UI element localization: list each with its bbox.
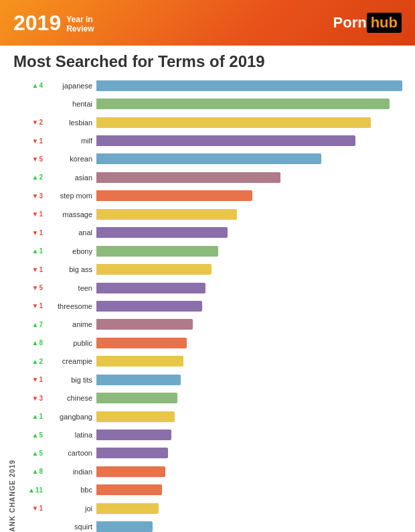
bar bbox=[96, 227, 228, 238]
up-arrow-icon: ▲ bbox=[32, 413, 39, 420]
down-arrow-icon: ▼ bbox=[32, 210, 39, 218]
bar bbox=[96, 503, 159, 514]
bar-row bbox=[96, 409, 408, 424]
bar-row bbox=[96, 482, 408, 497]
bar-row bbox=[96, 151, 408, 166]
label-item: squirt bbox=[43, 519, 96, 532]
up-arrow-icon: ▲ bbox=[32, 174, 39, 181]
chart-area: RANK CHANGE 2019 ▲4▼2▼1▼5▲2▼3▼1▼1▲1▼1▼5▼… bbox=[0, 75, 415, 532]
y-axis-label: RANK CHANGE 2019 bbox=[7, 75, 17, 532]
up-arrow-icon: ▲ bbox=[32, 321, 39, 328]
header: 2019 Year inReview Porn hub bbox=[0, 0, 415, 46]
bar bbox=[96, 135, 355, 146]
bar-row bbox=[96, 244, 408, 259]
rank-item: ▼1 bbox=[17, 207, 43, 222]
rank-item: ▲1 bbox=[17, 244, 43, 259]
label-item: asian bbox=[43, 170, 96, 185]
bar-row bbox=[96, 336, 408, 350]
rank-item: ▼5 bbox=[17, 151, 43, 166]
bar-row bbox=[96, 115, 408, 130]
rank-item: ▲5 bbox=[17, 427, 43, 442]
bar-row bbox=[96, 427, 408, 442]
rank-column: ▲4▼2▼1▼5▲2▼3▼1▼1▲1▼1▼5▼1▲7▲8▲2▼1▼3▲1▲5▲5… bbox=[17, 75, 43, 532]
labels-column: japanesehentailesbianmilfkoreanasianstep… bbox=[43, 75, 96, 532]
up-arrow-icon: ▲ bbox=[32, 431, 39, 439]
label-item: korean bbox=[43, 151, 96, 166]
label-item: threesome bbox=[43, 299, 96, 314]
title-section: Most Searched for Terms of 2019 bbox=[0, 46, 415, 75]
rank-item: ▼1 bbox=[17, 225, 43, 240]
bar bbox=[96, 521, 153, 532]
label-item: public bbox=[43, 336, 96, 350]
down-arrow-icon: ▼ bbox=[32, 137, 39, 145]
rank-item: ▲5 bbox=[17, 446, 43, 460]
bar bbox=[96, 80, 402, 91]
label-item: hentai bbox=[43, 96, 96, 111]
label-item: ebony bbox=[43, 244, 96, 259]
rank-item bbox=[17, 519, 43, 532]
bar bbox=[96, 429, 171, 440]
label-item: japanese bbox=[43, 78, 96, 93]
main-title: Most Searched for Terms of 2019 bbox=[13, 52, 402, 71]
bar bbox=[96, 190, 252, 201]
down-arrow-icon: ▼ bbox=[32, 229, 39, 237]
bar-row bbox=[96, 78, 408, 93]
down-arrow-icon: ▼ bbox=[32, 119, 39, 126]
up-arrow-icon: ▲ bbox=[32, 339, 39, 346]
logo: Porn hub bbox=[333, 13, 402, 33]
bar bbox=[96, 448, 168, 458]
rank-item: ▲1 bbox=[17, 409, 43, 424]
bar-row bbox=[96, 354, 408, 369]
bar bbox=[96, 301, 202, 312]
label-item: anal bbox=[43, 225, 96, 240]
bar bbox=[96, 246, 218, 257]
logo-hub: hub bbox=[367, 13, 402, 33]
bar-row bbox=[96, 281, 408, 295]
rank-item: ▼1 bbox=[17, 133, 43, 148]
bar-row bbox=[96, 501, 408, 516]
rank-item: ▲4 bbox=[17, 78, 43, 93]
label-item: big tits bbox=[43, 373, 96, 387]
down-arrow-icon: ▼ bbox=[32, 192, 39, 200]
review-text: Year inReview bbox=[66, 12, 94, 34]
bar-row bbox=[96, 207, 408, 222]
bar bbox=[96, 264, 212, 275]
rank-item: ▲11 bbox=[17, 482, 43, 497]
bar bbox=[96, 319, 193, 330]
label-item: creampie bbox=[43, 354, 96, 369]
bar bbox=[96, 466, 165, 477]
bar-row bbox=[96, 373, 408, 387]
label-item: chinese bbox=[43, 391, 96, 405]
logo-porn: Porn bbox=[333, 14, 367, 31]
bar-row bbox=[96, 446, 408, 460]
down-arrow-icon: ▼ bbox=[32, 266, 39, 273]
rank-item: ▼5 bbox=[17, 281, 43, 295]
down-arrow-icon: ▼ bbox=[32, 376, 39, 383]
bar bbox=[96, 172, 280, 183]
label-item: indian bbox=[43, 464, 96, 479]
label-item: gangbang bbox=[43, 409, 96, 424]
rank-number: 11 bbox=[35, 486, 43, 494]
bars-column bbox=[96, 75, 408, 532]
up-arrow-icon: ▲ bbox=[32, 82, 39, 89]
bar bbox=[96, 338, 187, 348]
label-item: lesbian bbox=[43, 115, 96, 130]
bar bbox=[96, 375, 181, 385]
rank-item: ▲7 bbox=[17, 317, 43, 332]
bar bbox=[96, 393, 177, 403]
label-item: joi bbox=[43, 501, 96, 516]
bar bbox=[96, 283, 205, 293]
year-in-review: 2019 Year inReview bbox=[13, 12, 94, 34]
bar bbox=[96, 98, 390, 109]
rank-item: ▼1 bbox=[17, 501, 43, 516]
label-item: latina bbox=[43, 427, 96, 442]
bar-row bbox=[96, 299, 408, 314]
rank-item: ▼3 bbox=[17, 188, 43, 203]
label-item: teen bbox=[43, 281, 96, 295]
bar-row bbox=[96, 133, 408, 148]
up-arrow-icon: ▲ bbox=[32, 247, 39, 255]
rank-item: ▼3 bbox=[17, 391, 43, 405]
label-item: milf bbox=[43, 133, 96, 148]
bar-row bbox=[96, 519, 408, 532]
bar bbox=[96, 411, 175, 422]
